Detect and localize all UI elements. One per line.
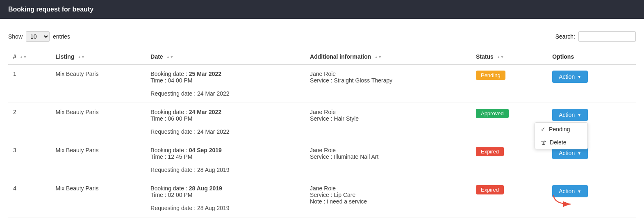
action-button[interactable]: Action▼ — [552, 109, 588, 121]
cell-options: Action▼✓Pending🗑Delete — [547, 103, 636, 141]
dropdown-menu: ✓Pending🗑Delete — [535, 122, 588, 149]
cell-listing: Mix Beauty Paris — [50, 103, 146, 141]
service-line: Service : Hair Style — [310, 115, 466, 122]
caret-icon: ▼ — [577, 151, 581, 155]
customer-name: Jane Roie — [310, 71, 466, 77]
service-line: Service : Lip Care — [310, 192, 466, 198]
cell-date: Booking date : 28 Aug 2019 Time : 02 00 … — [146, 179, 305, 217]
requesting-date-line: Requesting date : 24 Mar 2022 — [150, 128, 300, 135]
requesting-date-line: Requesting date : 24 Mar 2022 — [150, 90, 300, 97]
service-line: Service : Straight Gloss Therapy — [310, 77, 466, 84]
time-line: Time : 04 00 PM — [150, 77, 300, 84]
cell-listing: Mix Beauty Paris — [50, 179, 146, 217]
delete-label: Delete — [550, 139, 566, 146]
dropdown-item-delete[interactable]: 🗑Delete — [535, 136, 587, 149]
search-label: Search: — [555, 33, 575, 40]
cell-options: Action▼ — [547, 179, 636, 217]
sort-icon-num: ▲▼ — [20, 55, 27, 59]
caret-icon: ▼ — [577, 75, 581, 79]
cell-date: Booking date : 24 Mar 2022 Time : 06 00 … — [146, 103, 305, 141]
table-controls: Show 10 25 50 100 entries Search: — [8, 31, 636, 42]
action-button[interactable]: Action▼ — [552, 185, 588, 197]
cell-num: 2 — [8, 103, 50, 141]
requesting-date-line: Requesting date : 28 Aug 2019 — [150, 167, 300, 173]
col-num: # ▲▼ — [8, 49, 50, 64]
table-row: 4Mix Beauty Paris Booking date : 28 Aug … — [8, 179, 636, 217]
booking-date-value: 25 Mar 2022 — [189, 71, 221, 77]
status-badge: Expired — [476, 147, 504, 156]
action-label: Action — [559, 73, 575, 80]
cell-additional: Jane RoieService : Lip CareNote : i need… — [305, 179, 471, 217]
col-listing: Listing ▲▼ — [50, 49, 146, 64]
booking-date-value: 04 Sep 2019 — [189, 147, 222, 153]
action-dropdown-wrapper: Action▼✓Pending🗑Delete — [552, 109, 588, 121]
requesting-date-line: Requesting date : 28 Aug 2019 — [150, 205, 300, 211]
customer-name: Jane Roie — [310, 185, 466, 192]
customer-name: Jane Roie — [310, 147, 466, 153]
cell-listing: Mix Beauty Paris — [50, 141, 146, 179]
check-icon: ✓ — [541, 126, 546, 133]
show-entries-control: Show 10 25 50 100 entries — [8, 31, 70, 42]
cell-num: 1 — [8, 64, 50, 103]
col-status: Status ▲▼ — [471, 49, 547, 64]
col-date: Date ▲▼ — [146, 49, 305, 64]
table-row: 1Mix Beauty Paris Booking date : 25 Mar … — [8, 64, 636, 103]
booking-date-line: Booking date : 24 Mar 2022 — [150, 109, 300, 115]
time-line: Time : 02 00 PM — [150, 192, 300, 198]
action-label: Action — [559, 188, 575, 194]
sort-icon-status: ▲▼ — [497, 55, 504, 59]
cell-status: Pending — [471, 64, 547, 103]
cell-additional: Jane RoieService : Hair Style — [305, 103, 471, 141]
cell-options: Action▼ — [547, 64, 636, 103]
caret-icon: ▼ — [577, 189, 581, 194]
cell-num: 3 — [8, 141, 50, 179]
page-title: Booking request for beauty — [8, 6, 93, 13]
main-content: Show 10 25 50 100 entries Search: # ▲▼ — [0, 19, 644, 224]
cell-status: Expired — [471, 179, 547, 217]
caret-icon: ▼ — [577, 113, 581, 117]
cell-additional: Jane RoieService : Straight Gloss Therap… — [305, 64, 471, 103]
pending-label: Pending — [549, 126, 570, 133]
sort-icon-date: ▲▼ — [166, 55, 174, 59]
action-label: Action — [559, 112, 575, 118]
entries-label: entries — [53, 33, 70, 40]
sort-icon-additional: ▲▼ — [374, 55, 382, 59]
bookings-table: # ▲▼ Listing ▲▼ Date ▲▼ Additional infor… — [8, 49, 636, 217]
entries-select[interactable]: 10 25 50 100 — [26, 31, 50, 42]
booking-date-line: Booking date : 28 Aug 2019 — [150, 185, 300, 192]
cell-date: Booking date : 25 Mar 2022 Time : 04 00 … — [146, 64, 305, 103]
booking-date-value: 28 Aug 2019 — [189, 185, 222, 192]
time-line: Time : 12 45 PM — [150, 153, 300, 160]
table-row: 2Mix Beauty Paris Booking date : 24 Mar … — [8, 103, 636, 141]
cell-date: Booking date : 04 Sep 2019 Time : 12 45 … — [146, 141, 305, 179]
status-badge: Expired — [476, 185, 504, 194]
search-input[interactable] — [578, 31, 636, 42]
booking-date-line: Booking date : 25 Mar 2022 — [150, 71, 300, 77]
cell-num: 4 — [8, 179, 50, 217]
dropdown-item-pending[interactable]: ✓Pending — [535, 123, 587, 136]
service-line: Service : Illuminate Nail Art — [310, 153, 466, 160]
table-header-row: # ▲▼ Listing ▲▼ Date ▲▼ Additional infor… — [8, 49, 636, 64]
action-label: Action — [559, 150, 575, 156]
status-badge: Pending — [476, 71, 505, 80]
page-header: Booking request for beauty — [0, 0, 644, 19]
note-line: Note : i need a service — [310, 198, 466, 205]
search-box: Search: — [555, 31, 636, 42]
sort-icon-listing: ▲▼ — [77, 55, 85, 59]
action-dropdown-wrapper: Action▼ — [552, 71, 588, 83]
action-dropdown-wrapper: Action▼ — [552, 185, 588, 197]
col-options: Options — [547, 49, 636, 64]
show-label: Show — [8, 33, 23, 40]
booking-date-value: 24 Mar 2022 — [189, 109, 221, 115]
col-additional: Additional information ▲▼ — [305, 49, 471, 64]
booking-date-line: Booking date : 04 Sep 2019 — [150, 147, 300, 153]
customer-name: Jane Roie — [310, 109, 466, 115]
cell-additional: Jane RoieService : Illuminate Nail Art — [305, 141, 471, 179]
status-badge: Approved — [476, 109, 509, 118]
cell-listing: Mix Beauty Paris — [50, 64, 146, 103]
action-button[interactable]: Action▼ — [552, 71, 588, 83]
time-line: Time : 06 00 PM — [150, 115, 300, 122]
trash-icon: 🗑 — [541, 139, 546, 146]
